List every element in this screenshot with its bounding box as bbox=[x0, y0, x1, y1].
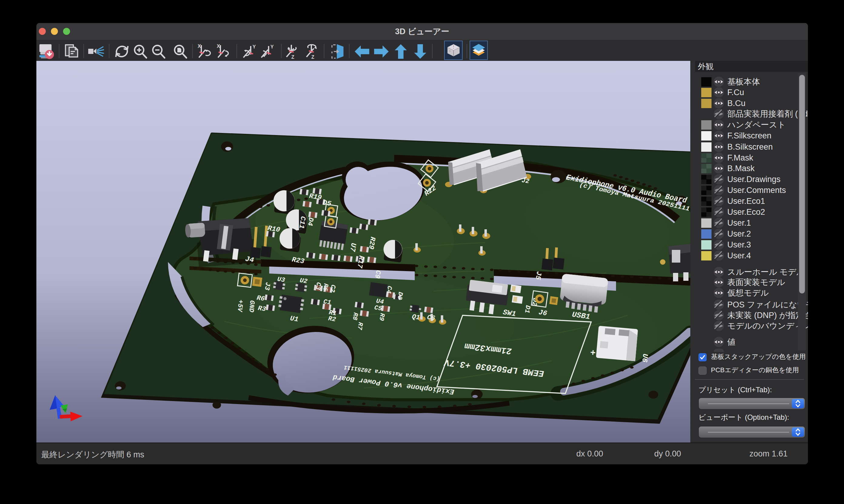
svg-text:+5V: +5V bbox=[236, 299, 244, 312]
svg-text:C5: C5 bbox=[374, 304, 383, 312]
svg-text:Q1: Q1 bbox=[411, 313, 420, 322]
svg-text:R9: R9 bbox=[378, 312, 386, 321]
svg-text:U7: U7 bbox=[348, 242, 358, 252]
svg-text:U3: U3 bbox=[277, 276, 286, 284]
svg-text:J2: J2 bbox=[521, 177, 530, 185]
svg-text:J6: J6 bbox=[538, 308, 548, 318]
svg-text:R8: R8 bbox=[351, 312, 359, 321]
svg-text:C2: C2 bbox=[329, 284, 337, 293]
svg-text:D4: D4 bbox=[306, 217, 315, 227]
svg-text:R7: R7 bbox=[356, 322, 364, 330]
svg-text:D5: D5 bbox=[322, 199, 332, 208]
svg-text:C3: C3 bbox=[314, 282, 322, 290]
svg-text:X: X bbox=[217, 43, 220, 49]
svg-text:Z: Z bbox=[291, 55, 294, 59]
svg-text:U1: U1 bbox=[290, 314, 299, 323]
svg-text:Z: Z bbox=[311, 55, 314, 59]
svg-text:U6: U6 bbox=[640, 353, 649, 363]
svg-text:C9: C9 bbox=[373, 270, 382, 279]
svg-text:X: X bbox=[198, 43, 201, 49]
svg-text:+: + bbox=[590, 348, 596, 358]
svg-text:J3: J3 bbox=[263, 282, 272, 291]
svg-text:C4: C4 bbox=[385, 285, 393, 294]
svg-text:GND: GND bbox=[247, 300, 256, 312]
svg-text:D1: D1 bbox=[523, 305, 532, 314]
svg-text:R3: R3 bbox=[257, 304, 266, 313]
svg-text:U2: U2 bbox=[299, 277, 308, 285]
svg-text:Y: Y bbox=[271, 44, 274, 49]
svg-text:J5: J5 bbox=[534, 271, 543, 281]
svg-text:R6: R6 bbox=[256, 294, 265, 303]
svg-text:R5: R5 bbox=[321, 283, 329, 292]
svg-text:D3: D3 bbox=[396, 291, 404, 300]
svg-text:R2: R2 bbox=[328, 315, 337, 323]
svg-text:Y: Y bbox=[253, 44, 256, 49]
svg-text:C6: C6 bbox=[427, 313, 436, 322]
svg-text:C1: C1 bbox=[323, 298, 332, 306]
